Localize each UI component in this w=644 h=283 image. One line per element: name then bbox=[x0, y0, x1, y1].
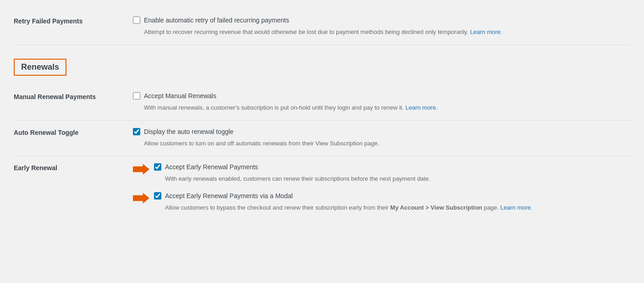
auto-renewal-toggle-checkbox-label[interactable]: Display the auto renewal toggle bbox=[144, 128, 233, 135]
svg-marker-1 bbox=[133, 193, 149, 203]
early-renewal-label: Early Renewal bbox=[14, 163, 133, 172]
early-renewal-2-checkbox-label[interactable]: Accept Early Renewal Payments via a Moda… bbox=[165, 192, 293, 200]
orange-arrow-icon-1 bbox=[133, 164, 149, 176]
page-container: Retry Failed Payments Enable automatic r… bbox=[0, 0, 644, 238]
manual-renewal-payments-content: Accept Manual Renewals With manual renew… bbox=[133, 92, 630, 113]
early-renewal-2-description-bold: My Account > View Subscription bbox=[390, 204, 482, 211]
retry-failed-payments-checkbox-label[interactable]: Enable automatic retry of failed recurri… bbox=[144, 17, 289, 24]
auto-renewal-toggle-label: Auto Renewal Toggle bbox=[14, 128, 133, 136]
auto-renewal-toggle-description: Allow customers to turn on and off autom… bbox=[144, 139, 630, 149]
early-renewal-1-checkbox-label[interactable]: Accept Early Renewal Payments bbox=[165, 163, 258, 171]
manual-renewal-payments-row: Manual Renewal Payments Accept Manual Re… bbox=[14, 85, 630, 121]
auto-renewal-toggle-row: Auto Renewal Toggle Display the auto ren… bbox=[14, 121, 630, 156]
early-renewal-2-learn-more[interactable]: Learn more bbox=[501, 204, 531, 211]
early-renewal-sub-row-1: Accept Early Renewal Payments With early… bbox=[133, 163, 630, 184]
early-renewal-1-description: With early renewals enabled, customers c… bbox=[165, 174, 430, 184]
early-renewal-1-checkbox-line: Accept Early Renewal Payments bbox=[154, 163, 430, 171]
manual-renewal-payments-label: Manual Renewal Payments bbox=[14, 92, 133, 100]
early-renewal-checkbox-with-arrow-1: Accept Early Renewal Payments With early… bbox=[133, 163, 630, 184]
early-renewal-checkbox-content-1: Accept Early Renewal Payments With early… bbox=[154, 163, 430, 184]
retry-failed-payments-learn-more[interactable]: Learn more bbox=[470, 28, 501, 35]
retry-failed-payments-label: Retry Failed Payments bbox=[14, 17, 133, 25]
early-renewal-2-description: Allow customers to bypass the checkout a… bbox=[165, 203, 533, 213]
svg-marker-0 bbox=[133, 164, 149, 175]
manual-renewal-payments-checkbox-label[interactable]: Accept Manual Renewals bbox=[144, 92, 216, 100]
auto-renewal-toggle-checkbox-line: Display the auto renewal toggle bbox=[133, 128, 630, 135]
manual-renewal-payments-learn-more[interactable]: Learn more bbox=[405, 104, 435, 111]
manual-renewal-payments-checkbox-line: Accept Manual Renewals bbox=[133, 92, 630, 100]
retry-failed-payments-content: Enable automatic retry of failed recurri… bbox=[133, 17, 630, 37]
early-renewal-2-checkbox-line: Accept Early Renewal Payments via a Moda… bbox=[154, 192, 533, 200]
auto-renewal-toggle-checkbox[interactable] bbox=[133, 128, 140, 135]
retry-failed-payments-checkbox-line: Enable automatic retry of failed recurri… bbox=[133, 17, 630, 24]
early-renewal-content: Accept Early Renewal Payments With early… bbox=[133, 163, 630, 221]
orange-arrow-icon-2 bbox=[133, 193, 149, 205]
early-renewal-checkbox-with-arrow-2: Accept Early Renewal Payments via a Moda… bbox=[133, 192, 630, 213]
early-renewal-2-checkbox[interactable] bbox=[154, 192, 161, 200]
early-renewal-sub-row-2: Accept Early Renewal Payments via a Moda… bbox=[133, 192, 630, 213]
renewals-heading: Renewals bbox=[14, 59, 66, 76]
retry-failed-payments-checkbox[interactable] bbox=[133, 17, 140, 24]
early-renewal-checkbox-content-2: Accept Early Renewal Payments via a Moda… bbox=[154, 192, 533, 213]
renewals-heading-row: Renewals bbox=[14, 45, 630, 85]
auto-renewal-toggle-content: Display the auto renewal toggle Allow cu… bbox=[133, 128, 630, 149]
retry-failed-payments-row: Retry Failed Payments Enable automatic r… bbox=[14, 9, 630, 45]
manual-renewal-payments-description: With manual renewals, a customer's subsc… bbox=[144, 103, 630, 113]
early-renewal-1-checkbox[interactable] bbox=[154, 163, 161, 171]
early-renewal-row: Early Renewal Accept Early Renewal Payme… bbox=[14, 156, 630, 228]
manual-renewal-payments-checkbox[interactable] bbox=[133, 92, 140, 100]
retry-failed-payments-description: Attempt to recover recurring revenue tha… bbox=[144, 28, 630, 37]
